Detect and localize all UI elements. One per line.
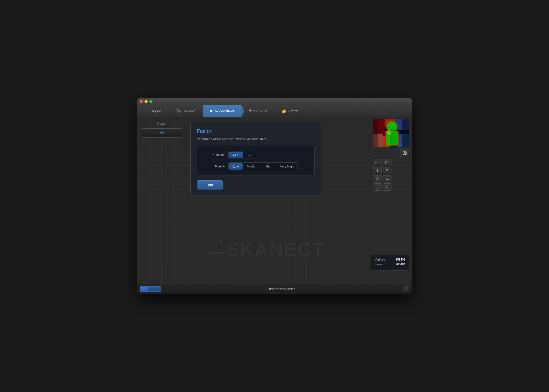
fidelity-very-high[interactable]: Very High [276, 163, 297, 170]
center-panel: Fusion Perform an offline reconstruction… [186, 117, 371, 284]
options-card: Processor CPU GPU Fidelity Low Medium Hi… [197, 146, 315, 175]
processor-label: Processor [203, 153, 225, 157]
fidelity-high[interactable]: High [262, 163, 276, 170]
main-window: ⊞ Prepare 🎬 Record ▶ Reconstruct ⚙ Proce… [137, 98, 412, 294]
run-button[interactable]: Run [197, 180, 223, 189]
svg-rect-13 [373, 119, 378, 147]
processor-toggle-group: CPU GPU [228, 151, 259, 159]
tab-prepare-label: Prepare [150, 109, 162, 113]
processor-row: Processor CPU GPU [203, 151, 308, 159]
svg-rect-20 [386, 162, 388, 163]
vertices-row: Vertices : 153401 [375, 258, 405, 261]
view-controls [373, 159, 409, 191]
stats-panel: Vertices : 153401 Faces : 286484 [371, 255, 409, 271]
faces-value: 286484 [396, 263, 405, 266]
svg-point-7 [387, 121, 397, 132]
snapshot-row [373, 149, 409, 157]
fusion-title: Fusion [197, 128, 315, 134]
tab-process-label: Process [254, 109, 267, 113]
vertices-label: Vertices : [375, 258, 387, 261]
titlebar [137, 98, 412, 105]
close-status-button[interactable]: ✕ [404, 286, 409, 292]
vertices-value: 153401 [396, 258, 405, 261]
svg-point-15 [404, 152, 405, 154]
view-menu-button[interactable] [383, 175, 391, 182]
svg-rect-21 [386, 170, 388, 172]
gpu-toggle[interactable]: GPU [244, 151, 258, 159]
tab-reconstruct[interactable]: ▶ Reconstruct [203, 105, 241, 117]
svg-rect-18 [376, 162, 378, 163]
svg-rect-19 [385, 161, 389, 164]
view-person-button[interactable] [373, 175, 382, 182]
reset-label: Reset [141, 122, 182, 125]
tab-prepare[interactable]: ⊞ Prepare [137, 105, 170, 117]
navbar: ⊞ Prepare 🎬 Record ▶ Reconstruct ⚙ Proce… [137, 105, 412, 117]
view-controls-row-3 [373, 175, 409, 182]
view-controls-row-1 [373, 159, 409, 166]
fusion-card: Fusion Perform an offline reconstruction… [190, 122, 321, 196]
close-button[interactable] [140, 100, 143, 103]
fusion-button[interactable]: Fusion [141, 128, 182, 138]
view-controls-row-2 [373, 167, 409, 174]
faces-label: Faces : [375, 263, 384, 266]
fidelity-low[interactable]: Low [229, 163, 243, 170]
fusion-description: Perform an offline reconstruction on acq… [197, 137, 315, 141]
svg-rect-14 [403, 152, 407, 154]
svg-point-11 [387, 130, 391, 135]
svg-rect-12 [402, 119, 409, 147]
tab-record-label: Record [184, 109, 195, 113]
fidelity-medium[interactable]: Medium [243, 163, 262, 170]
svg-rect-16 [404, 151, 405, 152]
share-icon: 👍 [282, 109, 286, 113]
statusbar: Fusion reconstruction... ✕ [137, 284, 412, 294]
reconstruct-icon: ▶ [210, 109, 213, 113]
depth-preview [373, 119, 409, 147]
tab-process[interactable]: ⚙ Process [241, 105, 274, 117]
tab-reconstruct-label: Reconstruct [215, 109, 234, 113]
view-shrink-button[interactable] [383, 183, 391, 191]
view-lock-button[interactable] [383, 167, 391, 174]
progress-bar-fill [140, 287, 148, 291]
minimize-button[interactable] [144, 100, 148, 103]
tab-record[interactable]: 🎬 Record [170, 105, 202, 117]
process-icon: ⚙ [249, 109, 252, 113]
view-front-button[interactable] [373, 159, 382, 166]
progress-bar [140, 286, 161, 292]
main-content: Reset Fusion Fusion Perform an offline r… [137, 117, 412, 284]
fidelity-row: Fidelity Low Medium High Very High [203, 162, 308, 170]
tab-share[interactable]: 👍 Share [274, 105, 305, 117]
record-icon: 🎬 [177, 109, 182, 113]
view-controls-row-4 [373, 183, 409, 191]
snapshot-button[interactable] [400, 149, 409, 157]
maximize-button[interactable] [149, 100, 152, 103]
tab-share-label: Share [288, 109, 298, 113]
view-back-button[interactable] [383, 159, 391, 166]
view-expand-button[interactable] [373, 183, 382, 191]
status-text: Fusion reconstruction... [164, 287, 401, 291]
cpu-toggle[interactable]: CPU [229, 152, 243, 158]
prepare-icon: ⊞ [144, 109, 148, 113]
fidelity-label: Fidelity [203, 165, 225, 168]
faces-row: Faces : 286484 [375, 263, 405, 266]
left-panel: Reset Fusion [137, 117, 186, 284]
view-down-button[interactable] [373, 167, 382, 174]
fidelity-toggle-group: Low Medium High Very High [228, 162, 298, 170]
svg-point-22 [377, 177, 378, 179]
